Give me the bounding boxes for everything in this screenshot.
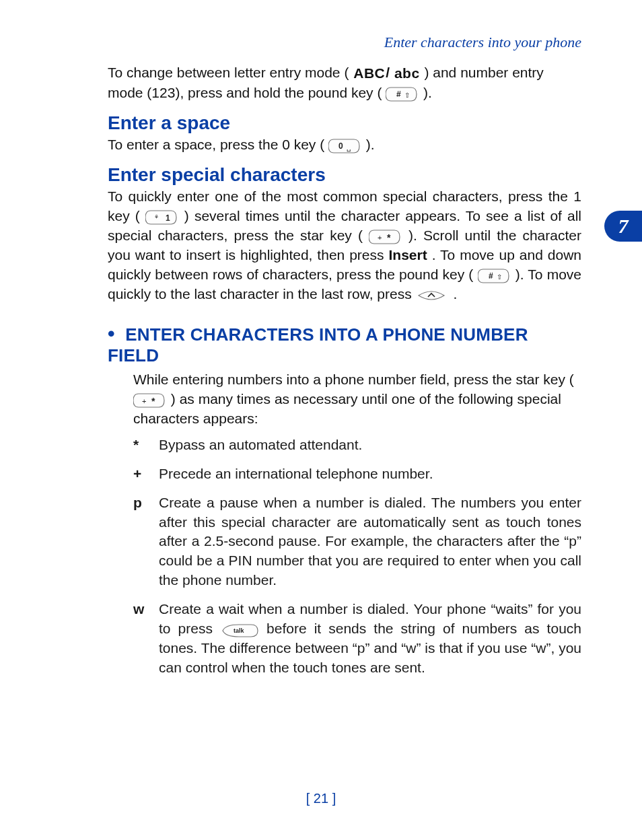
separator: /: [386, 65, 390, 80]
bullet-icon: •: [108, 322, 115, 345]
one-key-icon: ⚘ 1: [145, 209, 179, 225]
svg-text:⚘: ⚘: [154, 214, 159, 220]
phone-field-heading: • ENTER CHARACTERS INTO A PHONE NUMBER F…: [108, 324, 581, 366]
heading-text: ENTER CHARACTERS INTO A PHONE NUMBER FIE…: [108, 324, 528, 365]
svg-text:*: *: [387, 232, 391, 243]
def-text: Bypass an automated attendant.: [159, 435, 581, 455]
enter-space-heading: Enter a space: [108, 112, 581, 134]
text: To change between letter entry mode (: [108, 65, 349, 80]
svg-text:#: #: [396, 90, 401, 99]
enter-space-paragraph: To enter a space, press the 0 key ( 0 ␣ …: [108, 135, 581, 155]
abc-lower-icon: abc: [394, 64, 420, 83]
text: ).: [423, 85, 432, 100]
def-symbol: w: [133, 600, 159, 619]
svg-text:␣: ␣: [347, 144, 351, 152]
up-key-icon: [416, 287, 450, 304]
phone-field-intro: While entering numbers into a phone numb…: [133, 370, 581, 429]
chapter-tab: 7: [604, 211, 642, 242]
definitions-list: * Bypass an automated attendant. + Prece…: [133, 435, 581, 678]
svg-text:0: 0: [338, 141, 343, 151]
star-key-icon: + *: [133, 392, 167, 409]
text: ).: [366, 137, 375, 152]
enter-special-paragraph: To quickly enter one of the most common …: [108, 187, 581, 304]
svg-text:⇧: ⇧: [497, 273, 502, 281]
pound-key-icon: # ⇧: [386, 86, 419, 102]
star-key-icon: + *: [369, 229, 402, 245]
running-head: Enter characters into your phone: [108, 34, 581, 51]
pound-key-icon: # ⇧: [478, 268, 511, 284]
list-item: + Precede an international telephone num…: [133, 464, 581, 484]
abc-upper-icon: ABC: [353, 64, 385, 83]
list-item: * Bypass an automated attendant.: [133, 435, 581, 455]
svg-text:#: #: [489, 271, 493, 281]
text: While entering numbers into a phone numb…: [133, 372, 574, 387]
def-text: Create a wait when a number is dialed. Y…: [159, 600, 581, 678]
svg-text:1: 1: [166, 213, 170, 223]
intro-paragraph: To change between letter entry mode ( AB…: [108, 63, 581, 103]
insert-label: Insert: [389, 247, 427, 262]
svg-text:*: *: [151, 396, 155, 407]
text: .: [453, 286, 457, 302]
svg-text:⇧: ⇧: [404, 92, 410, 99]
list-item: w Create a wait when a number is dialed.…: [133, 600, 581, 678]
text: ) as many times as necessary until one o…: [133, 391, 561, 426]
enter-special-heading: Enter special characters: [108, 164, 581, 186]
def-symbol: +: [133, 464, 159, 484]
svg-text:talk: talk: [234, 627, 245, 634]
def-text: Precede an international telephone numbe…: [159, 464, 581, 484]
talk-key-icon: talk: [220, 623, 259, 638]
text: To enter a space, press the 0 key (: [108, 137, 324, 152]
def-text: Create a pause when a number is dialed. …: [159, 493, 581, 591]
zero-key-icon: 0 ␣: [328, 138, 362, 154]
def-symbol: *: [133, 435, 159, 455]
page-number: [ 21 ]: [0, 791, 642, 806]
svg-text:+: +: [142, 397, 146, 405]
list-item: p Create a pause when a number is dialed…: [133, 493, 581, 591]
def-symbol: p: [133, 493, 159, 513]
svg-text:+: +: [378, 234, 382, 242]
